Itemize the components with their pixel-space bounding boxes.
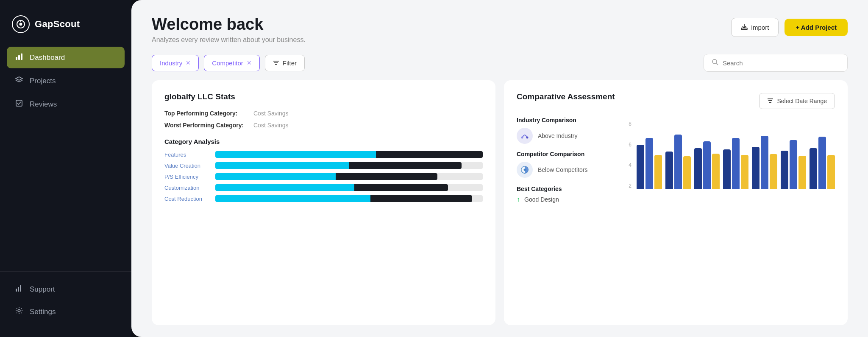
search-box[interactable]	[704, 54, 848, 72]
up-arrow-icon: ↑	[517, 196, 520, 203]
chart-bar	[827, 155, 835, 189]
svg-rect-4	[18, 55, 20, 60]
competitor-tag-label: Competitor	[212, 59, 243, 67]
chart-bar	[674, 135, 682, 189]
chart-bar	[770, 154, 777, 189]
sidebar-item-projects[interactable]: Projects	[7, 70, 125, 92]
bar-fill-black	[370, 195, 472, 202]
svg-rect-12	[741, 28, 747, 30]
worst-category-row: Worst Performing Category: Cost Savings	[164, 122, 483, 129]
bar-fill-cyan	[215, 195, 370, 202]
support-icon	[14, 284, 24, 294]
assessment-card: Comparative Assessment Select Date Range	[504, 80, 848, 325]
bar-chart: 2 4 6 8	[629, 117, 835, 203]
industry-tag-close[interactable]: ✕	[186, 59, 191, 66]
industry-tag-label: Industry	[160, 59, 182, 67]
svg-rect-9	[18, 287, 19, 292]
app-name: GapScout	[35, 19, 80, 30]
chart-bar	[683, 156, 691, 189]
svg-point-22	[526, 137, 529, 139]
filter-button[interactable]: Filter	[265, 55, 305, 71]
sidebar-item-support[interactable]: Support	[7, 278, 125, 300]
chart-bar	[781, 151, 788, 189]
chart-bar	[732, 138, 740, 189]
best-category-name: Good Design	[524, 196, 559, 203]
page-header: Welcome back Analyzes every review writt…	[131, 0, 868, 54]
date-range-button[interactable]: Select Date Range	[759, 93, 835, 109]
chart-bar	[712, 154, 720, 189]
chart-bar	[637, 145, 644, 189]
bar-fill-black	[376, 151, 483, 158]
bar-fill-cyan	[215, 162, 349, 169]
chart-bars-area	[637, 121, 835, 189]
bar-fill-cyan	[215, 151, 376, 158]
chart-bar	[798, 156, 806, 189]
sidebar-item-settings[interactable]: Settings	[7, 301, 125, 323]
chart-bar	[723, 149, 731, 189]
industry-comparison: Industry Comparison Above Industry	[517, 117, 620, 144]
best-categories: Best Categories ↑ Good Design	[517, 185, 620, 203]
svg-rect-3	[16, 57, 17, 60]
add-project-button[interactable]: + Add Project	[785, 19, 848, 36]
bar-fill-black	[336, 173, 437, 180]
gear-icon	[14, 307, 24, 317]
svg-rect-5	[21, 53, 22, 60]
svg-point-1	[19, 23, 22, 26]
svg-rect-10	[20, 285, 21, 292]
sidebar-item-reviews[interactable]: Reviews	[7, 93, 125, 115]
competitor-comparison-title: Competitor Comparison	[517, 151, 620, 157]
industry-comparison-title: Industry Comparison	[517, 117, 620, 124]
best-categories-title: Best Categories	[517, 185, 620, 192]
filter-lines-icon	[767, 98, 773, 104]
competitor-tag-close[interactable]: ✕	[247, 59, 252, 66]
svg-point-24	[524, 169, 526, 171]
chart-bar	[665, 152, 673, 189]
dashboard-icon	[14, 53, 24, 62]
chart-bar	[654, 155, 662, 189]
y-label-6: 6	[629, 142, 632, 148]
header-left: Welcome back Analyzes every review writt…	[152, 15, 306, 44]
stats-card-title: globalfy LLC Stats	[164, 92, 483, 101]
worst-category-value: Cost Savings	[253, 122, 288, 129]
filter-bar: Industry ✕ Competitor ✕ Filter	[131, 54, 868, 80]
filter-icon	[273, 59, 279, 67]
bar-group	[810, 137, 835, 189]
bar-fill-black	[354, 184, 448, 191]
import-button[interactable]: Import	[731, 18, 779, 37]
category-name: Customization	[164, 185, 211, 191]
chart-bar	[790, 140, 797, 189]
add-project-label: + Add Project	[796, 24, 837, 31]
assessment-title: Comparative Assessment	[517, 92, 615, 101]
sidebar: GapScout Dashboard Projects	[0, 0, 131, 337]
bar-fill-cyan	[215, 184, 354, 191]
svg-line-17	[716, 63, 718, 65]
competitor-icon	[517, 162, 533, 178]
industry-filter-tag[interactable]: Industry ✕	[152, 55, 199, 71]
category-bar-bg	[215, 162, 483, 169]
layers-icon	[14, 76, 24, 86]
competitor-filter-tag[interactable]: Competitor ✕	[204, 55, 259, 71]
category-bar-bg	[215, 173, 483, 180]
svg-point-16	[712, 59, 717, 64]
bar-group	[637, 138, 662, 189]
bar-group	[723, 138, 748, 189]
bar-group	[694, 141, 720, 189]
category-bar-bg	[215, 184, 483, 191]
category-name: Features	[164, 152, 211, 158]
date-range-label: Select Date Range	[777, 98, 827, 104]
chart-y-axis: 2 4 6 8	[629, 121, 634, 189]
top-category-label: Top Performing Category:	[164, 110, 253, 117]
bar-group	[752, 136, 777, 189]
sidebar-item-label: Projects	[30, 77, 56, 85]
svg-rect-7	[16, 100, 22, 106]
sidebar-item-dashboard[interactable]: Dashboard	[7, 47, 125, 68]
import-label: Import	[751, 24, 769, 31]
search-input[interactable]	[723, 59, 840, 67]
sidebar-bottom: Support Settings	[0, 271, 131, 337]
logo-area: GapScout	[0, 0, 131, 47]
svg-marker-6	[16, 77, 22, 80]
main-content: Welcome back Analyzes every review writt…	[131, 0, 868, 337]
category-bar-row: Customization	[164, 184, 483, 191]
svg-rect-8	[16, 289, 17, 292]
sidebar-item-label: Dashboard	[30, 53, 65, 62]
